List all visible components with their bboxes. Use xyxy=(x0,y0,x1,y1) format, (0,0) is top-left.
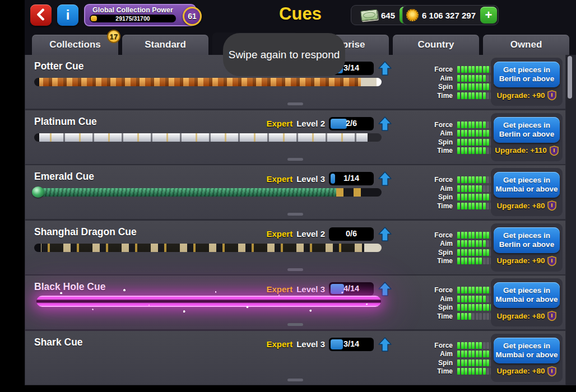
stat-label: Spin xyxy=(414,304,453,311)
upgrade-shield-icon xyxy=(547,311,556,321)
cue-list: Potter Cue 3/14 ForceAimSpinTime Get pie… xyxy=(25,55,566,385)
upgrade-info: Upgrade: +90 xyxy=(491,90,563,100)
level-label: Level 2 xyxy=(296,119,325,128)
stat-label: Aim xyxy=(414,74,453,82)
get-pieces-button[interactable]: Get pieces in Berlin or above xyxy=(494,62,560,87)
tab-standard[interactable]: Standard xyxy=(122,35,208,55)
tab-collections[interactable]: Collections 17 xyxy=(32,35,118,55)
buy-panel: Get pieces in Mumbai or above Upgrade: +… xyxy=(491,168,563,216)
cash-icon xyxy=(360,9,378,21)
cue-image[interactable] xyxy=(34,354,382,362)
get-pieces-button[interactable]: Get pieces in Mumbai or above xyxy=(494,172,560,198)
stat-meter xyxy=(457,368,493,375)
cue-level-badge: Expert Level 3 3/14 xyxy=(266,337,392,352)
stat-label: Time xyxy=(414,147,453,155)
stat-meter xyxy=(457,342,493,349)
row-drag-handle[interactable] xyxy=(287,379,303,381)
upgrade-label: Upgrade: +110 xyxy=(495,146,547,155)
stat-label: Force xyxy=(414,66,453,73)
level-label: Level 3 xyxy=(296,174,325,184)
get-pieces-button[interactable]: Get pieces in Mumbai or above xyxy=(494,338,560,363)
get-pieces-line2: Mumbai or above xyxy=(495,185,558,193)
upgrade-shield-icon xyxy=(547,366,556,376)
buy-panel: Get pieces in Berlin or above Upgrade: +… xyxy=(491,223,563,272)
rarity-label: Expert xyxy=(266,229,292,239)
pieces-progress-pill: 2/6 xyxy=(329,117,374,130)
row-drag-handle[interactable] xyxy=(287,323,303,326)
cue-image[interactable] xyxy=(34,78,382,86)
coin-counter: 6 106 327 297 + xyxy=(402,5,499,25)
swipe-toast: Swipe again to respond xyxy=(223,33,345,76)
cue-image[interactable] xyxy=(36,296,381,307)
stat-label: Aim xyxy=(414,240,453,248)
cue-image[interactable] xyxy=(34,133,382,142)
stat-meter xyxy=(457,147,493,154)
row-drag-handle[interactable] xyxy=(287,158,303,161)
buy-panel: Get pieces in Mumbai or above Upgrade: +… xyxy=(491,278,563,326)
game-screen: i Global Collection Power 29175/31700 61… xyxy=(25,0,576,385)
cue-image[interactable] xyxy=(34,244,382,252)
get-pieces-button[interactable]: Get pieces in Berlin or above xyxy=(494,227,560,253)
stat-label: Force xyxy=(414,286,453,294)
get-pieces-button[interactable]: Get pieces in Mumbai or above xyxy=(494,282,560,308)
buy-panel: Get pieces in Berlin or above Upgrade: +… xyxy=(491,113,563,161)
stat-label: Spin xyxy=(414,359,453,367)
upgrade-label: Upgrade: +90 xyxy=(497,256,545,265)
stat-label: Time xyxy=(414,312,453,320)
stat-meter xyxy=(457,232,493,239)
upgrade-arrow-icon xyxy=(378,116,392,131)
cue-name: Shark Cue xyxy=(34,337,83,348)
upgrade-arrow-icon xyxy=(378,171,392,186)
scrollbar-track xyxy=(566,55,576,385)
row-drag-handle[interactable] xyxy=(287,102,303,105)
stat-meter xyxy=(457,360,493,366)
stat-label: Force xyxy=(414,342,453,349)
stat-meter xyxy=(457,351,493,357)
cue-name: Emerald Cue xyxy=(34,171,94,183)
upgrade-shield-icon xyxy=(547,256,556,266)
buy-panel: Get pieces in Berlin or above Upgrade: +… xyxy=(491,58,563,106)
add-coins-button[interactable]: + xyxy=(480,7,497,24)
stat-meter xyxy=(457,304,493,311)
coin-amount: 6 106 327 297 xyxy=(422,11,476,20)
stat-meter xyxy=(457,122,493,128)
cue-stats: ForceAimSpinTime xyxy=(414,122,493,156)
get-pieces-line1: Get pieces in xyxy=(503,286,550,295)
tab-country[interactable]: Country xyxy=(393,35,479,55)
stat-label: Spin xyxy=(414,138,453,146)
stat-meter xyxy=(457,92,493,99)
stat-meter xyxy=(457,176,493,183)
get-pieces-line2: Mumbai or above xyxy=(495,295,558,304)
coin-icon xyxy=(406,9,419,21)
row-drag-handle[interactable] xyxy=(287,213,303,216)
cue-image[interactable] xyxy=(34,188,382,197)
cue-card: Platinum Cue Expert Level 2 2/6 ForceAim… xyxy=(25,110,565,164)
stat-meter xyxy=(457,258,493,264)
stat-label: Spin xyxy=(414,249,453,256)
stat-meter xyxy=(457,240,493,247)
stat-meter xyxy=(457,313,493,320)
cue-name: Shanghai Dragon Cue xyxy=(34,226,137,238)
tab-owned[interactable]: Owned xyxy=(483,35,569,55)
stat-meter xyxy=(457,203,493,209)
get-pieces-line2: Berlin or above xyxy=(499,74,554,83)
stat-label: Aim xyxy=(414,350,453,358)
stat-meter xyxy=(457,296,493,302)
stat-meter xyxy=(457,139,493,146)
letterbox-stage: i Global Collection Power 29175/31700 61… xyxy=(0,0,576,392)
stat-label: Time xyxy=(414,202,453,210)
upgrade-arrow-icon xyxy=(378,337,392,352)
upgrade-label: Upgrade: +90 xyxy=(497,91,545,100)
upgrade-info: Upgrade: +110 xyxy=(491,146,563,156)
rarity-label: Expert xyxy=(266,174,292,184)
row-drag-handle[interactable] xyxy=(287,268,303,271)
scrollbar-thumb[interactable] xyxy=(568,56,572,99)
stat-label: Time xyxy=(414,367,453,375)
stat-label: Aim xyxy=(414,185,453,193)
stat-label: Time xyxy=(414,257,453,265)
stat-label: Aim xyxy=(414,295,453,303)
top-bar: i Global Collection Power 29175/31700 61… xyxy=(25,0,576,31)
stat-label: Spin xyxy=(414,193,453,201)
get-pieces-button[interactable]: Get pieces in Berlin or above xyxy=(494,117,560,143)
pieces-progress-text: 1/14 xyxy=(329,174,374,183)
